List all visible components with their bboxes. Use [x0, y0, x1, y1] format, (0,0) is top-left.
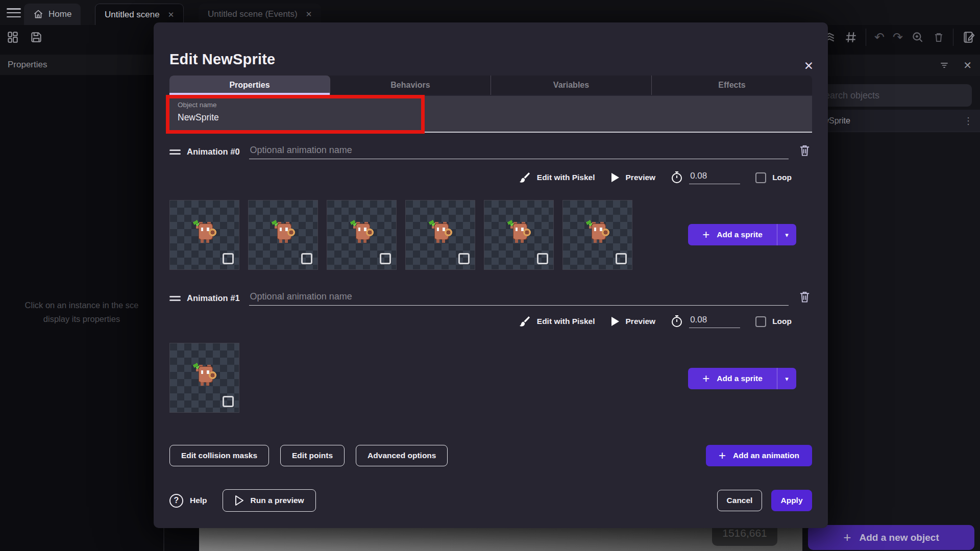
advanced-options-button[interactable]: Advanced options — [356, 445, 448, 466]
add-sprite-button[interactable]: + Add a sprite ▾ — [688, 224, 796, 245]
stopwatch-icon — [671, 315, 683, 328]
home-icon — [33, 9, 43, 19]
toolbar-divider — [866, 29, 866, 46]
tab-untitled-scene[interactable]: Untitled scene ✕ — [95, 4, 184, 25]
pig-sprite-image — [425, 216, 456, 245]
add-animation-button[interactable]: + Add an animation — [706, 445, 812, 466]
edit-with-piskel-button[interactable]: Edit with Piskel — [519, 315, 595, 328]
sprite-frame-thumbnail[interactable] — [248, 200, 318, 270]
animation-0-frames-row: + Add a sprite ▾ — [169, 200, 812, 270]
dialog-title: Edit NewSprite — [169, 51, 275, 68]
edit-collision-masks-button[interactable]: Edit collision masks — [169, 445, 269, 466]
sprite-frame-thumbnail[interactable] — [484, 200, 554, 270]
animation-0-tools: Edit with Piskel Preview Loop — [510, 167, 792, 188]
edit-sprite-dialog: Edit NewSprite ✕ Properties Behaviors Va… — [154, 22, 828, 528]
animation-name-input[interactable] — [249, 291, 789, 306]
redo-icon[interactable]: ↷ — [893, 31, 903, 43]
sprite-frame-thumbnail[interactable] — [405, 200, 475, 270]
toolbar-divider — [953, 29, 953, 46]
frame-select-checkbox[interactable] — [223, 396, 234, 407]
object-item-menu-icon[interactable]: ⋮ — [964, 115, 973, 127]
help-icon: ? — [169, 494, 183, 508]
tab-untitled-scene-events[interactable]: Untitled scene (Events) ✕ — [199, 4, 321, 25]
filter-icon[interactable] — [939, 60, 950, 70]
tab-effects[interactable]: Effects — [652, 76, 812, 95]
frame-select-checkbox[interactable] — [223, 253, 234, 264]
apply-button[interactable]: Apply — [771, 490, 812, 511]
tab-behaviors[interactable]: Behaviors — [330, 76, 491, 95]
object-list-item-newsprite[interactable]: NewSprite ⋮ — [802, 110, 980, 132]
pig-sprite-image — [189, 216, 220, 245]
editor-toolbar-left — [6, 31, 43, 44]
animation-1-header: Animation #1 — [169, 287, 812, 306]
properties-panel: Properties Click on an instance in the s… — [0, 55, 164, 551]
close-tab-icon[interactable]: ✕ — [168, 10, 175, 19]
add-sprite-button[interactable]: + Add a sprite ▾ — [688, 368, 796, 389]
pig-sprite-image — [346, 216, 378, 245]
trash-icon[interactable] — [933, 31, 945, 44]
time-between-frames-input[interactable] — [689, 315, 740, 328]
grid-icon[interactable] — [844, 31, 857, 44]
time-between-frames-field[interactable] — [671, 315, 740, 328]
loop-checkbox[interactable] — [755, 316, 766, 327]
drag-handle-icon[interactable] — [169, 294, 183, 306]
delete-animation-icon[interactable] — [799, 290, 812, 306]
frame-select-checkbox[interactable] — [380, 253, 391, 264]
dialog-close-icon[interactable]: ✕ — [804, 60, 814, 72]
tab-variables[interactable]: Variables — [491, 76, 652, 95]
run-preview-button[interactable]: Run a preview — [223, 489, 316, 512]
preview-button[interactable]: Preview — [610, 172, 656, 183]
loop-toggle[interactable]: Loop — [755, 172, 792, 183]
add-animation-label: Add an animation — [733, 451, 799, 460]
frame-select-checkbox[interactable] — [537, 253, 548, 264]
loop-checkbox[interactable] — [755, 172, 766, 183]
frame-select-checkbox[interactable] — [458, 253, 470, 264]
preview-button[interactable]: Preview — [610, 316, 656, 327]
edit-points-button[interactable]: Edit points — [280, 445, 345, 466]
close-tab-icon[interactable]: ✕ — [306, 10, 312, 19]
frame-select-checkbox[interactable] — [301, 253, 312, 264]
tab-home[interactable]: Home — [24, 4, 81, 25]
dialog-tab-bar: Properties Behaviors Variables Effects — [169, 76, 812, 95]
drag-handle-icon[interactable] — [169, 147, 183, 159]
stopwatch-icon — [671, 171, 683, 184]
add-new-object-button[interactable]: + Add a new object — [808, 525, 974, 550]
animation-name-input[interactable] — [249, 145, 789, 159]
add-sprite-label: Add a sprite — [717, 230, 763, 239]
add-sprite-dropdown-caret[interactable]: ▾ — [777, 368, 796, 389]
search-objects-input[interactable] — [811, 84, 972, 107]
undo-icon[interactable]: ↶ — [874, 31, 885, 43]
object-name-field[interactable]: Object name NewSprite — [169, 96, 812, 133]
frame-select-checkbox[interactable] — [616, 253, 627, 264]
delete-animation-icon[interactable] — [799, 144, 812, 159]
hamburger-menu-icon[interactable] — [6, 7, 21, 19]
zoom-in-icon[interactable] — [911, 31, 924, 44]
save-icon[interactable] — [30, 31, 43, 44]
close-panel-icon[interactable]: ✕ — [963, 59, 972, 71]
sprite-frame-thumbnail[interactable] — [327, 200, 397, 270]
animation-0-header: Animation #0 — [169, 141, 812, 159]
edit-scene-properties-icon[interactable] — [962, 31, 976, 44]
object-name-label: Object name — [178, 101, 804, 109]
sprite-frame-thumbnail[interactable] — [169, 343, 239, 413]
animation-1-frames-row: + Add a sprite ▾ — [169, 343, 812, 413]
tab-scene-label: Untitled scene — [105, 10, 160, 20]
plus-icon: + — [719, 448, 726, 463]
tab-properties[interactable]: Properties — [169, 76, 330, 95]
edit-with-piskel-button[interactable]: Edit with Piskel — [519, 171, 595, 184]
sprite-options-row: Edit collision masks Edit points Advance… — [169, 445, 812, 466]
help-button[interactable]: ? Help — [169, 494, 207, 508]
brush-icon — [519, 171, 531, 184]
cancel-button[interactable]: Cancel — [717, 490, 762, 511]
time-between-frames-field[interactable] — [671, 171, 740, 184]
panels-layout-icon[interactable] — [6, 31, 19, 44]
sprite-frame-thumbnail[interactable] — [562, 200, 632, 270]
add-sprite-dropdown-caret[interactable]: ▾ — [777, 224, 796, 245]
properties-empty-message: Click on an instance in the sce display … — [0, 298, 163, 326]
time-between-frames-input[interactable] — [689, 171, 740, 184]
properties-panel-title: Properties — [0, 55, 163, 75]
object-name-value[interactable]: NewSprite — [178, 112, 804, 123]
loop-toggle[interactable]: Loop — [755, 316, 792, 327]
sprite-frame-thumbnail[interactable] — [169, 200, 239, 270]
animation-title: Animation #0 — [187, 147, 240, 159]
